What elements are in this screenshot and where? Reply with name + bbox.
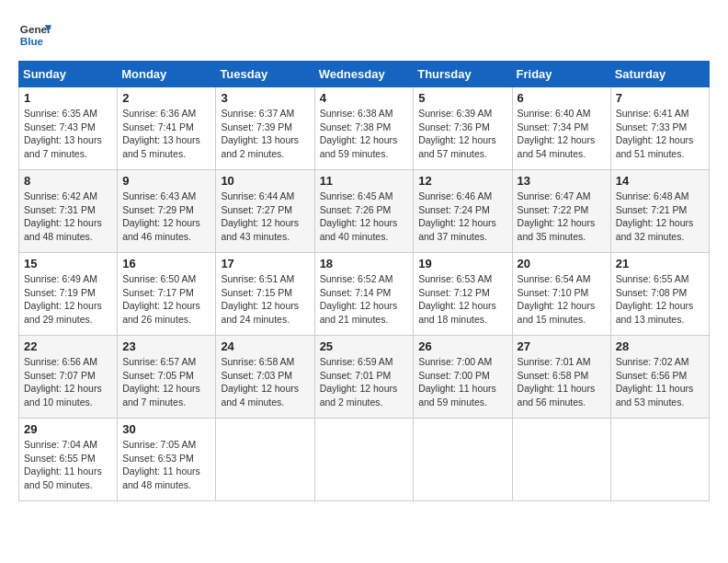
svg-text:General: General [20,23,51,35]
calendar-cell: 6 Sunrise: 6:40 AMSunset: 7:34 PMDayligh… [512,87,610,170]
day-number: 7 [616,91,704,105]
calendar-week-5: 29 Sunrise: 7:04 AMSunset: 6:55 PMDaylig… [19,419,710,501]
calendar-cell: 16 Sunrise: 6:50 AMSunset: 7:17 PMDaylig… [118,253,216,336]
day-number: 22 [24,339,112,353]
day-number: 14 [616,174,704,188]
day-detail: Sunrise: 7:04 AMSunset: 6:55 PMDaylight:… [24,439,102,490]
calendar-cell: 19 Sunrise: 6:53 AMSunset: 7:12 PMDaylig… [414,253,512,336]
calendar-cell: 3 Sunrise: 6:37 AMSunset: 7:39 PMDayligh… [216,87,314,170]
calendar-cell: 15 Sunrise: 6:49 AMSunset: 7:19 PMDaylig… [19,253,118,336]
day-detail: Sunrise: 6:44 AMSunset: 7:27 PMDaylight:… [221,190,299,242]
calendar-cell: 9 Sunrise: 6:43 AMSunset: 7:29 PMDayligh… [118,170,216,253]
calendar-cell: 18 Sunrise: 6:52 AMSunset: 7:14 PMDaylig… [314,253,414,336]
day-detail: Sunrise: 6:38 AMSunset: 7:38 PMDaylight:… [320,108,398,159]
calendar-cell [314,419,414,501]
calendar-cell: 21 Sunrise: 6:55 AMSunset: 7:08 PMDaylig… [610,253,709,336]
day-number: 4 [320,91,409,105]
day-detail: Sunrise: 6:43 AMSunset: 7:29 PMDaylight:… [122,190,200,242]
calendar-cell [610,419,709,501]
calendar-week-3: 15 Sunrise: 6:49 AMSunset: 7:19 PMDaylig… [19,253,710,336]
day-header-tuesday: Tuesday [216,62,314,87]
day-number: 8 [24,174,112,188]
day-detail: Sunrise: 6:55 AMSunset: 7:08 PMDaylight:… [616,273,694,325]
calendar-cell: 26 Sunrise: 7:00 AMSunset: 7:00 PMDaylig… [414,336,512,419]
day-number: 24 [221,339,309,353]
calendar-cell: 7 Sunrise: 6:41 AMSunset: 7:33 PMDayligh… [610,87,709,170]
calendar-cell: 8 Sunrise: 6:42 AMSunset: 7:31 PMDayligh… [19,170,118,253]
day-detail: Sunrise: 6:54 AMSunset: 7:10 PMDaylight:… [518,273,596,325]
calendar-cell: 2 Sunrise: 6:36 AMSunset: 7:41 PMDayligh… [118,87,216,170]
calendar-cell: 23 Sunrise: 6:57 AMSunset: 7:05 PMDaylig… [118,336,216,419]
day-header-sunday: Sunday [19,62,118,87]
day-number: 20 [518,257,606,270]
day-detail: Sunrise: 6:48 AMSunset: 7:21 PMDaylight:… [616,190,694,242]
calendar-cell: 11 Sunrise: 6:45 AMSunset: 7:26 PMDaylig… [314,170,414,253]
calendar-cell: 17 Sunrise: 6:51 AMSunset: 7:15 PMDaylig… [216,253,314,336]
calendar-week-4: 22 Sunrise: 6:56 AMSunset: 7:07 PMDaylig… [19,336,710,419]
calendar-cell [414,419,512,501]
day-detail: Sunrise: 6:51 AMSunset: 7:15 PMDaylight:… [221,273,299,325]
day-header-thursday: Thursday [414,62,512,87]
day-number: 23 [122,339,210,353]
day-number: 1 [24,91,112,105]
day-header-friday: Friday [512,62,610,87]
day-number: 6 [518,91,606,105]
day-detail: Sunrise: 6:59 AMSunset: 7:01 PMDaylight:… [320,356,398,408]
calendar-cell: 4 Sunrise: 6:38 AMSunset: 7:38 PMDayligh… [314,87,414,170]
day-detail: Sunrise: 6:40 AMSunset: 7:34 PMDaylight:… [518,108,596,159]
day-detail: Sunrise: 6:46 AMSunset: 7:24 PMDaylight:… [418,190,496,242]
page-header: General Blue [18,18,710,52]
calendar-cell: 12 Sunrise: 6:46 AMSunset: 7:24 PMDaylig… [414,170,512,253]
day-detail: Sunrise: 6:57 AMSunset: 7:05 PMDaylight:… [122,356,200,408]
calendar-cell: 27 Sunrise: 7:01 AMSunset: 6:58 PMDaylig… [512,336,610,419]
day-detail: Sunrise: 6:41 AMSunset: 7:33 PMDaylight:… [616,108,694,159]
day-number: 11 [320,174,409,188]
day-detail: Sunrise: 6:58 AMSunset: 7:03 PMDaylight:… [221,356,299,408]
day-number: 10 [221,174,309,188]
day-number: 16 [122,257,210,270]
day-number: 28 [616,339,704,353]
calendar-cell: 30 Sunrise: 7:05 AMSunset: 6:53 PMDaylig… [118,419,216,501]
day-number: 25 [320,339,409,353]
day-header-monday: Monday [118,62,216,87]
day-detail: Sunrise: 7:02 AMSunset: 6:56 PMDaylight:… [616,356,694,408]
calendar-week-1: 1 Sunrise: 6:35 AMSunset: 7:43 PMDayligh… [19,87,710,170]
calendar-cell: 29 Sunrise: 7:04 AMSunset: 6:55 PMDaylig… [19,419,118,501]
day-number: 26 [418,339,506,353]
day-detail: Sunrise: 6:42 AMSunset: 7:31 PMDaylight:… [24,190,102,242]
calendar-cell: 5 Sunrise: 6:39 AMSunset: 7:36 PMDayligh… [414,87,512,170]
calendar-cell [216,419,314,501]
calendar-cell: 20 Sunrise: 6:54 AMSunset: 7:10 PMDaylig… [512,253,610,336]
day-number: 15 [24,257,112,270]
day-detail: Sunrise: 6:36 AMSunset: 7:41 PMDaylight:… [122,108,200,159]
calendar-cell: 28 Sunrise: 7:02 AMSunset: 6:56 PMDaylig… [610,336,709,419]
day-number: 21 [616,257,704,270]
calendar-cell: 14 Sunrise: 6:48 AMSunset: 7:21 PMDaylig… [610,170,709,253]
calendar-cell: 13 Sunrise: 6:47 AMSunset: 7:22 PMDaylig… [512,170,610,253]
day-number: 19 [418,257,506,270]
day-detail: Sunrise: 6:50 AMSunset: 7:17 PMDaylight:… [122,273,200,325]
day-number: 5 [418,91,506,105]
logo: General Blue [18,18,51,52]
day-detail: Sunrise: 6:52 AMSunset: 7:14 PMDaylight:… [320,273,398,325]
day-number: 17 [221,257,309,270]
day-detail: Sunrise: 7:00 AMSunset: 7:00 PMDaylight:… [418,356,496,408]
day-number: 30 [122,422,210,436]
calendar-header-row: SundayMondayTuesdayWednesdayThursdayFrid… [19,62,710,87]
day-number: 13 [518,174,606,188]
day-number: 2 [122,91,210,105]
day-detail: Sunrise: 6:47 AMSunset: 7:22 PMDaylight:… [518,190,596,242]
day-header-wednesday: Wednesday [314,62,414,87]
day-number: 29 [24,422,112,436]
day-detail: Sunrise: 6:49 AMSunset: 7:19 PMDaylight:… [24,273,102,325]
calendar-cell: 10 Sunrise: 6:44 AMSunset: 7:27 PMDaylig… [216,170,314,253]
calendar-table: SundayMondayTuesdayWednesdayThursdayFrid… [18,61,710,501]
day-detail: Sunrise: 6:37 AMSunset: 7:39 PMDaylight:… [221,108,299,159]
day-detail: Sunrise: 7:01 AMSunset: 6:58 PMDaylight:… [518,356,596,408]
day-number: 3 [221,91,309,105]
calendar-body: 1 Sunrise: 6:35 AMSunset: 7:43 PMDayligh… [19,87,710,501]
logo-icon: General Blue [18,18,51,52]
day-header-saturday: Saturday [610,62,709,87]
day-detail: Sunrise: 6:56 AMSunset: 7:07 PMDaylight:… [24,356,102,408]
calendar-cell [512,419,610,501]
